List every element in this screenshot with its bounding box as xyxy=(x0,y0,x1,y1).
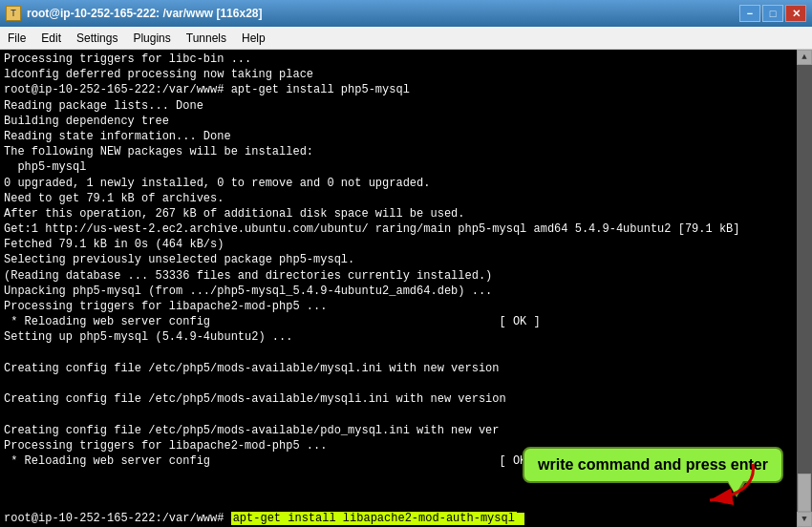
terminal-output: Processing triggers for libc-bin ... ldc… xyxy=(0,50,812,511)
close-button[interactable]: ✕ xyxy=(785,5,806,22)
menu-plugins[interactable]: Plugins xyxy=(125,27,178,49)
window-title: root@ip-10-252-165-222: /var/www [116x28… xyxy=(27,7,262,20)
tooltip-bubble: write command and press enter xyxy=(523,447,783,483)
menu-tunnels[interactable]: Tunnels xyxy=(179,27,234,49)
titlebar: T root@ip-10-252-165-222: /var/www [116x… xyxy=(0,0,812,27)
menubar: File Edit Settings Plugins Tunnels Help xyxy=(0,27,812,50)
menu-help[interactable]: Help xyxy=(234,27,273,49)
tooltip-text: write command and press enter xyxy=(538,456,768,473)
scrollbar[interactable]: ▲ ▼ xyxy=(797,50,812,527)
scrollbar-thumb[interactable] xyxy=(798,474,811,512)
menu-edit[interactable]: Edit xyxy=(33,27,69,49)
minimize-button[interactable]: − xyxy=(739,5,760,22)
command-input[interactable]: apt-get install libapache2-mod-auth-mysq… xyxy=(231,512,517,525)
shell-prompt: root@ip-10-252-165-222:/var/www# xyxy=(4,512,231,525)
window-controls: − □ ✕ xyxy=(739,5,806,22)
cursor xyxy=(517,513,524,525)
titlebar-left: T root@ip-10-252-165-222: /var/www [116x… xyxy=(6,6,262,21)
terminal-text: Processing triggers for libc-bin ... ldc… xyxy=(4,52,808,469)
maximize-button[interactable]: □ xyxy=(762,5,783,22)
scrollbar-track[interactable] xyxy=(797,65,812,512)
menu-settings[interactable]: Settings xyxy=(69,27,125,49)
menu-file[interactable]: File xyxy=(0,27,33,49)
terminal: Processing triggers for libc-bin ... ldc… xyxy=(0,50,812,527)
scroll-down-button[interactable]: ▼ xyxy=(797,512,812,527)
app-icon: T xyxy=(6,6,21,21)
command-line[interactable]: root@ip-10-252-165-222:/var/www# apt-get… xyxy=(0,511,812,527)
scroll-up-button[interactable]: ▲ xyxy=(797,50,812,65)
